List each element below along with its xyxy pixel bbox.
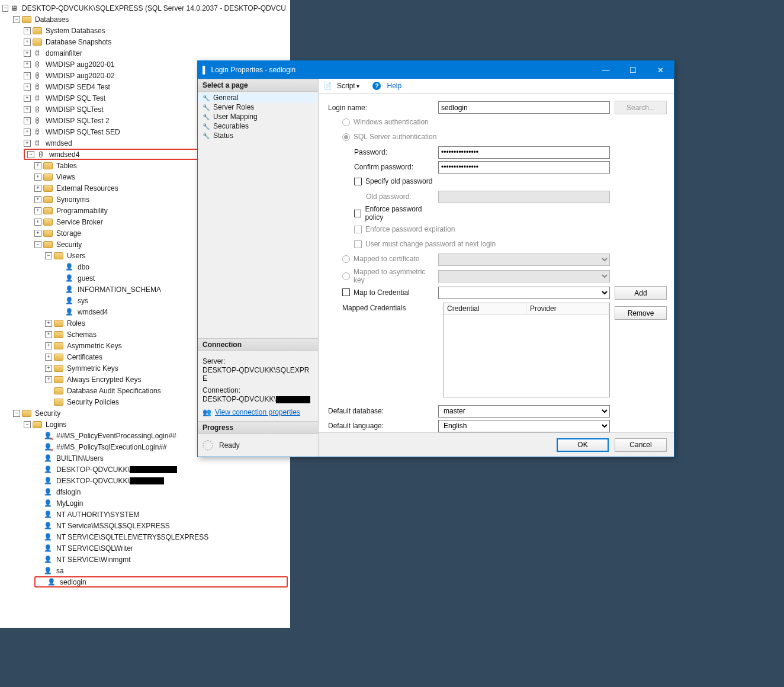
default-database-select[interactable]: master [438, 405, 610, 418]
expand-icon[interactable]: + [45, 354, 52, 361]
map-credential-select[interactable] [438, 287, 610, 299]
page-general[interactable]: General [198, 93, 318, 102]
folder-icon [43, 185, 53, 192]
expand-icon[interactable]: + [24, 95, 31, 102]
redacted-text [130, 477, 164, 484]
database-icon [33, 127, 42, 137]
login-disabled-icon [43, 442, 53, 452]
collapse-icon[interactable]: − [2, 5, 8, 12]
tree-item[interactable]: NT SERVICE\SQLTELEMETRY$SQLEXPRESS [34, 531, 288, 542]
tree-item[interactable]: NT SERVICE\SQLWriter [34, 542, 288, 554]
titlebar[interactable]: ▌ Login Properties - sedlogin — ☐ ✕ [198, 61, 674, 79]
expand-icon[interactable]: + [45, 320, 52, 327]
add-button[interactable]: Add [615, 286, 667, 300]
expand-icon[interactable]: + [24, 27, 31, 34]
map-credential-checkbox[interactable]: Map to Credential [342, 288, 410, 297]
user-icon [65, 285, 74, 294]
tree-item[interactable]: NT SERVICE\Winmgmt [34, 554, 288, 565]
folder-icon [54, 354, 63, 361]
expand-icon[interactable]: + [34, 196, 41, 203]
page-status[interactable]: Status [198, 131, 318, 140]
expand-icon[interactable]: + [45, 365, 52, 372]
login-icon [43, 465, 53, 474]
enforce-policy-checkbox[interactable]: Enforce password policy [354, 205, 438, 221]
expand-icon[interactable]: + [34, 219, 41, 226]
login-prefix: DESKTOP-QDVCUKK\ [56, 466, 130, 474]
database-icon [33, 116, 42, 126]
expand-icon[interactable]: + [34, 207, 41, 214]
tree-server-root[interactable]: − DESKTOP-QDVCUKK\SQLEXPRESS (SQL Server… [2, 2, 288, 14]
mapped-asym-radio: Mapped to asymmetric key [342, 268, 438, 284]
login-name-input[interactable] [438, 101, 610, 114]
mapped-credentials-label: Mapped Credentials [326, 303, 438, 312]
collapse-icon[interactable]: − [13, 410, 20, 417]
cancel-button[interactable]: Cancel [615, 438, 667, 452]
dialog-toolbar: 📄 Script ? Help [319, 79, 674, 94]
server-label: Server: [203, 357, 313, 365]
page-list: General Server Roles User Mapping Secura… [198, 92, 318, 144]
close-button[interactable]: ✕ [647, 61, 674, 79]
tree-item[interactable]: +domainfilter [24, 47, 288, 59]
expand-icon[interactable]: + [24, 50, 31, 57]
confirm-password-input[interactable] [438, 161, 610, 174]
folder-icon [43, 162, 53, 169]
tree-item[interactable]: +Database Snapshots [24, 36, 288, 47]
script-dropdown[interactable]: Script [337, 82, 359, 90]
tree-item[interactable]: dfslogin [34, 486, 288, 497]
login-icon [43, 499, 53, 508]
expand-icon[interactable]: + [24, 38, 31, 46]
tree-item[interactable]: DESKTOP-QDVCUKK\ [34, 475, 288, 486]
expand-icon[interactable]: + [34, 185, 41, 192]
page-user-mapping[interactable]: User Mapping [198, 112, 318, 121]
login-icon [43, 521, 53, 531]
minimize-button[interactable]: — [592, 61, 619, 79]
default-language-select[interactable]: English [438, 420, 610, 432]
expand-icon[interactable]: + [45, 376, 52, 383]
page-securables[interactable]: Securables [198, 121, 318, 131]
redacted-text [130, 466, 177, 473]
folder-icon [54, 342, 63, 349]
folder-icon [54, 399, 63, 406]
view-connection-link[interactable]: View connection properties [215, 408, 300, 416]
tree-item[interactable]: DESKTOP-QDVCUKK\ [34, 464, 288, 475]
tree-item-sedlogin[interactable]: sedlogin [34, 576, 288, 588]
expand-icon[interactable]: + [24, 106, 31, 113]
collapse-icon[interactable]: − [27, 151, 34, 158]
collapse-icon[interactable]: − [13, 16, 20, 23]
ok-button[interactable]: OK [557, 438, 609, 452]
expand-icon[interactable]: + [24, 61, 31, 68]
tree-databases[interactable]: − Databases [13, 14, 288, 25]
expand-icon[interactable]: + [24, 72, 31, 79]
tree-item[interactable]: NT Service\MSSQL$SQLEXPRESS [34, 520, 288, 531]
specify-old-password-checkbox[interactable]: Specify old password [354, 177, 432, 185]
help-link[interactable]: Help [387, 82, 401, 90]
collapse-icon[interactable]: − [45, 252, 52, 259]
remove-button[interactable]: Remove [615, 306, 667, 320]
tree-item[interactable]: +System Databases [24, 25, 288, 36]
page-server-roles[interactable]: Server Roles [198, 102, 318, 112]
connection-section: Server: DESKTOP-QDVCUKK\SQLEXPRE Connect… [198, 351, 318, 421]
expand-icon[interactable]: + [45, 342, 52, 349]
spinner-icon [203, 440, 213, 451]
tree-item[interactable]: MyLogin [34, 497, 288, 509]
collapse-icon[interactable]: − [24, 421, 31, 428]
password-input[interactable] [438, 146, 610, 159]
folder-icon [54, 365, 63, 372]
expand-icon[interactable]: + [24, 140, 31, 147]
expand-icon[interactable]: + [34, 174, 41, 181]
collapse-icon[interactable]: − [34, 241, 41, 248]
expand-icon[interactable]: + [24, 117, 31, 124]
expand-icon[interactable]: + [24, 84, 31, 91]
user-icon [65, 274, 74, 283]
folder-icon [43, 196, 53, 203]
mapped-credentials-table[interactable]: Credential Provider [443, 303, 610, 397]
expand-icon[interactable]: + [34, 230, 41, 237]
maximize-button[interactable]: ☐ [619, 61, 647, 79]
default-database-label: Default database: [326, 407, 438, 415]
tree-item[interactable]: NT AUTHORITY\SYSTEM [34, 509, 288, 520]
tree-item[interactable]: sa [34, 565, 288, 576]
expand-icon[interactable]: + [24, 129, 31, 136]
expand-icon[interactable]: + [34, 162, 41, 169]
folder-icon [43, 207, 53, 214]
expand-icon[interactable]: + [45, 331, 52, 338]
